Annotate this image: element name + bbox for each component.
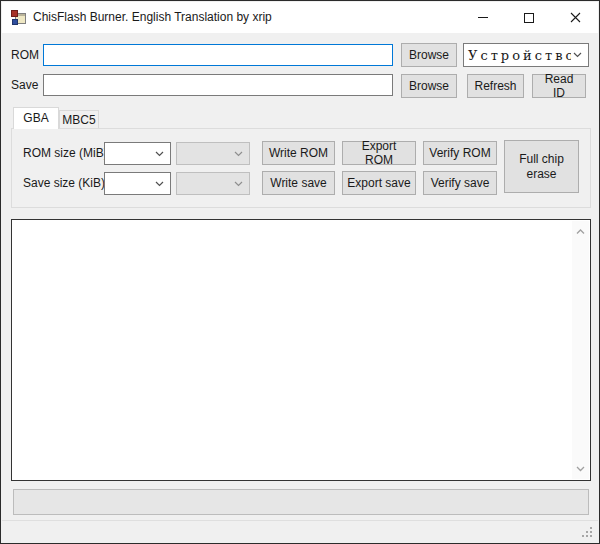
app-icon (11, 10, 27, 26)
device-select[interactable]: Устройство (463, 43, 589, 67)
close-button[interactable] (552, 2, 598, 33)
save-label: Save (11, 74, 38, 96)
close-icon (570, 12, 581, 23)
window-title: ChisFlash Burner. English Translation by… (33, 2, 272, 33)
refresh-button[interactable]: Refresh (467, 74, 524, 98)
verify-rom-button[interactable]: Verify ROM (423, 141, 497, 165)
export-save-button[interactable]: Export save (342, 171, 416, 195)
chevron-down-icon (232, 181, 249, 187)
chevron-down-icon (576, 466, 585, 472)
progress-bar (13, 489, 589, 515)
resize-grip-icon[interactable] (581, 526, 593, 538)
scroll-up-button[interactable] (572, 223, 589, 240)
tab-mbc5[interactable]: MBC5 (59, 110, 99, 129)
save-path-input[interactable] (43, 74, 393, 96)
save-size-label: Save size (KiB) (23, 172, 105, 195)
save-size-select[interactable] (104, 172, 171, 195)
chevron-up-icon (576, 229, 585, 235)
chevron-down-icon (153, 151, 170, 157)
device-select-value: Устройство (464, 48, 571, 63)
save-chip-select (176, 172, 250, 195)
rom-label: ROM (11, 44, 39, 66)
read-id-button[interactable]: Read ID (532, 74, 586, 98)
chevron-down-icon (153, 181, 170, 187)
rom-browse-button[interactable]: Browse (401, 43, 457, 67)
chevron-down-icon (571, 52, 588, 58)
save-browse-button[interactable]: Browse (401, 74, 457, 98)
rom-size-select[interactable] (104, 142, 171, 165)
verify-save-button[interactable]: Verify save (423, 171, 497, 195)
tab-gba[interactable]: GBA (13, 107, 59, 129)
rom-size-label: ROM size (MiB) (23, 142, 108, 165)
maximize-icon (524, 13, 534, 23)
log-output[interactable] (11, 219, 591, 481)
app-window: ChisFlash Burner. English Translation by… (0, 0, 600, 544)
scroll-down-button[interactable] (572, 460, 589, 477)
write-rom-button[interactable]: Write ROM (262, 141, 335, 165)
minimize-button[interactable] (460, 2, 506, 33)
rom-path-input[interactable] (43, 44, 393, 66)
chevron-down-icon (232, 151, 249, 157)
log-scrollbar[interactable] (572, 221, 589, 479)
maximize-button[interactable] (506, 2, 552, 33)
titlebar[interactable]: ChisFlash Burner. English Translation by… (2, 2, 598, 33)
write-save-button[interactable]: Write save (262, 171, 335, 195)
full-chip-erase-button[interactable]: Full chip erase (504, 140, 579, 193)
status-bar (2, 521, 598, 542)
export-rom-button[interactable]: Export ROM (342, 141, 416, 165)
minimize-icon (478, 17, 488, 18)
rom-chip-select (176, 142, 250, 165)
